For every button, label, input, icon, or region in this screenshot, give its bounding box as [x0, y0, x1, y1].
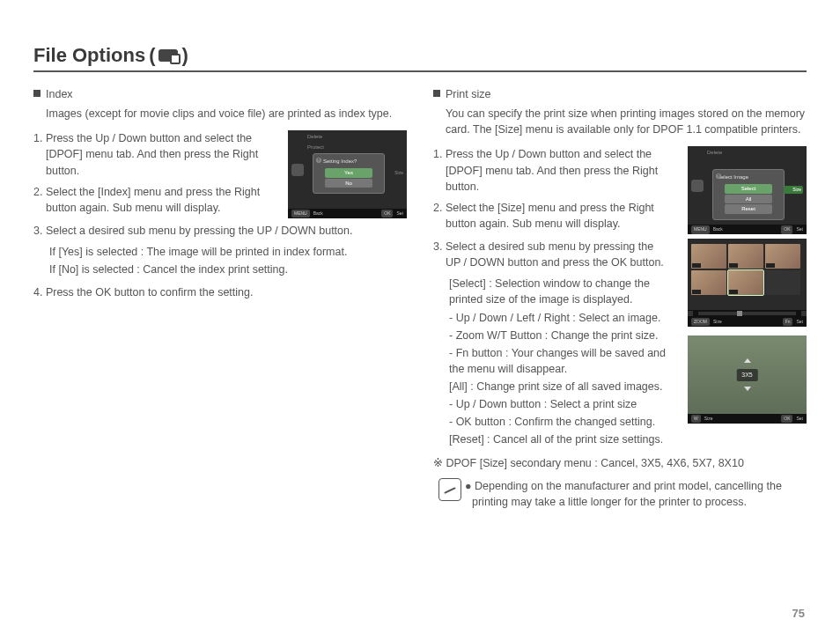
title-parens: ( )	[149, 44, 188, 67]
page-number: 75	[792, 607, 805, 620]
page-title-row: File Options ( )	[33, 44, 807, 72]
thumbnail-empty[interactable]	[765, 270, 800, 295]
right-step-1: 1. Press the Up / Down button and select…	[433, 146, 667, 194]
ok-button-icon[interactable]: OK	[781, 415, 792, 423]
side-tab-icon	[291, 164, 304, 176]
bottom-bar: MENU Back OK Set	[288, 209, 407, 218]
right-b4: - Up / Down button : Select a print size	[433, 396, 667, 412]
file-options-icon	[158, 49, 178, 62]
arrow-up-icon[interactable]	[744, 358, 751, 363]
select-image-popup: Select Image Select All Reset	[712, 169, 785, 220]
set-label: Set	[796, 319, 803, 325]
note-text: ● Depending on the manufacturer and prin…	[468, 478, 807, 510]
right-size-label: Size	[384, 170, 403, 176]
note-icon	[438, 478, 461, 501]
popup-title: Select Image	[716, 173, 781, 181]
popup-option-yes[interactable]: Yes	[325, 168, 372, 178]
right-select-text: [Select] : Selection window to change th…	[433, 276, 667, 307]
set-label: Set	[396, 210, 403, 217]
left-step-3: 3. Select a desired sub menu by pressing…	[33, 223, 407, 239]
right-reset-text: [Reset] : Cancel all of the print size s…	[433, 431, 667, 447]
index-intro: Images (except for movie clips and voice…	[33, 106, 407, 122]
right-size-label-active: Size	[784, 186, 803, 194]
w-button-icon[interactable]: W	[691, 415, 701, 423]
set-label: Set	[796, 416, 803, 422]
popup-option-no[interactable]: No	[325, 179, 372, 188]
right-column: Print size You can specify the print siz…	[433, 86, 807, 510]
right-b5: - OK button : Confirm the changed settin…	[433, 414, 667, 430]
right-b1: - Up / Down / Left / Right : Select an i…	[433, 310, 667, 326]
fn-button-icon[interactable]: Fn	[783, 318, 793, 326]
ok-button-icon[interactable]: OK	[381, 210, 393, 217]
right-step-3: 3. Select a desired sub menu by pressing…	[433, 239, 667, 270]
size-label: Size	[713, 319, 722, 325]
popup-title: Setting Index?	[316, 158, 381, 166]
thumbnail[interactable]	[691, 244, 726, 269]
right-b3: - Fn button : Your changes will be saved…	[433, 345, 667, 377]
bottom-bar: W Size OK Set	[688, 414, 807, 424]
left-step-4: 4. Press the OK button to confirm the se…	[33, 284, 407, 300]
size-label: Size	[704, 416, 713, 422]
print-size-heading: Print size	[446, 86, 490, 102]
ok-button-icon[interactable]: OK	[781, 225, 792, 233]
print-size-intro: You can specify the print size when prin…	[433, 106, 807, 137]
thumbnail[interactable]	[691, 270, 726, 295]
left-step-1: 1. Press the Up / Down button and select…	[33, 130, 267, 178]
popup-option-select[interactable]: Select	[725, 184, 772, 194]
setting-index-popup: Setting Index? Yes No	[313, 153, 385, 194]
square-bullet-icon	[433, 90, 440, 97]
popup-option-all[interactable]: All	[725, 195, 772, 204]
right-step-2: 2. Select the [Size] menu and press the …	[433, 200, 667, 232]
back-label: Back	[713, 226, 723, 232]
thumbnail-scrollbar[interactable]	[688, 310, 807, 317]
left-step-3a: If [Yes] is selected : The image will be…	[33, 244, 407, 260]
back-label: Back	[313, 210, 323, 217]
side-tab-icon	[691, 180, 704, 192]
right-b2: - Zoom W/T Button : Change the print siz…	[433, 328, 667, 343]
left-step-3b: If [No] is selected : Cancel the index p…	[33, 262, 407, 277]
thumbnail-selected[interactable]	[728, 270, 763, 295]
camera-screenshot-index: Delete Protect Setting Index? Yes No Siz…	[288, 130, 407, 218]
page-title: File Options	[33, 44, 145, 67]
popup-option-reset[interactable]: Reset	[725, 204, 772, 214]
thumbnail[interactable]	[765, 244, 800, 269]
bottom-bar: ZOOM Size Fn Set	[688, 317, 807, 327]
right-all-text: [All] : Change print size of all saved i…	[433, 379, 667, 394]
arrow-down-icon[interactable]	[744, 387, 751, 391]
secondary-menu-text: ※ DPOF [Size] secondary menu : Cancel, 3…	[433, 455, 807, 471]
set-label: Set	[796, 226, 803, 232]
menu-button-icon[interactable]: MENU	[691, 225, 710, 233]
thumbnail[interactable]	[728, 244, 763, 269]
bottom-bar: MENU Back OK Set	[688, 225, 807, 234]
camera-screenshot-thumbnails: ZOOM Size Fn Set	[688, 239, 807, 327]
menu-button-icon[interactable]: MENU	[291, 210, 310, 217]
zoom-button-icon[interactable]: ZOOM	[691, 318, 710, 326]
camera-screenshot-select-image: Delete Select Image Select All Reset Siz…	[688, 146, 807, 234]
camera-screenshot-size-select: 3X5 W Size OK Set	[688, 335, 807, 424]
index-heading: Index	[46, 86, 73, 102]
size-overlay-value: 3X5	[736, 369, 757, 381]
left-step-2: 2. Select the [Index] menu and press the…	[33, 184, 267, 216]
square-bullet-icon	[33, 90, 41, 97]
left-column: Index Images (except for movie clips and…	[33, 86, 407, 510]
